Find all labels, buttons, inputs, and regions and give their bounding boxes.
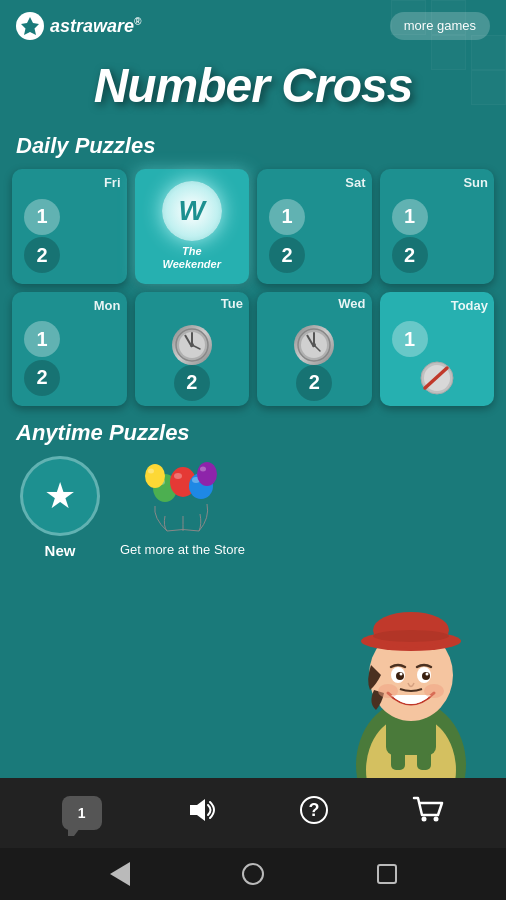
svg-point-45 (434, 816, 439, 821)
puzzle-card-weekender[interactable]: W TheWeekender (135, 169, 250, 284)
puzzle-card-sat[interactable]: Sat 1 2 (257, 169, 372, 284)
sound-button[interactable] (185, 795, 215, 832)
game-title: Number Cross (0, 58, 506, 113)
back-button[interactable] (106, 860, 134, 888)
day-fri: Fri (104, 175, 121, 190)
svg-point-40 (424, 684, 444, 698)
svg-point-38 (426, 673, 429, 676)
svg-point-39 (378, 684, 398, 698)
anytime-puzzles-label: Anytime Puzzles (16, 420, 490, 446)
cart-button[interactable] (412, 795, 444, 832)
num2-wed: 2 (296, 365, 332, 401)
toolbar: 1 ? (0, 778, 506, 848)
slash-icon (392, 360, 483, 396)
star-icon: ★ (44, 475, 76, 517)
clock-icon-wed (294, 325, 334, 365)
day-tue: Tue (221, 296, 243, 311)
svg-point-32 (373, 630, 449, 642)
home-button[interactable] (239, 860, 267, 888)
anytime-row: ★ New (0, 456, 506, 559)
svg-point-16 (174, 473, 182, 479)
store-label: Get more at the Store (120, 542, 245, 559)
num1-sat: 1 (269, 199, 305, 235)
svg-point-19 (145, 464, 165, 488)
brand-name: astraware® (50, 16, 141, 37)
num1-mon: 1 (24, 321, 60, 357)
puzzle-card-wed[interactable]: Wed 2 (257, 292, 372, 407)
help-button[interactable]: ? (299, 795, 329, 832)
day-mon: Mon (94, 298, 121, 313)
chat-icon: 1 (62, 796, 102, 830)
num1-sun: 1 (392, 199, 428, 235)
num2-fri: 2 (24, 237, 60, 273)
day-sun: Sun (463, 175, 488, 190)
svg-point-44 (422, 816, 427, 821)
anytime-new-item[interactable]: ★ New (20, 456, 100, 559)
day-wed: Wed (338, 296, 365, 311)
android-nav-bar (0, 848, 506, 900)
puzzle-card-today[interactable]: Today 1 (380, 292, 495, 407)
num1-today: 1 (392, 321, 428, 357)
puzzle-card-mon[interactable]: Mon 1 2 (12, 292, 127, 407)
anytime-section: Anytime Puzzles ★ New (0, 420, 506, 559)
star-circle: ★ (20, 456, 100, 536)
daily-puzzles-label: Daily Puzzles (16, 133, 490, 159)
svg-point-37 (400, 673, 403, 676)
puzzle-card-tue[interactable]: Tue 2 (135, 292, 250, 407)
shopping-cart-icon (412, 795, 444, 832)
svg-marker-41 (190, 799, 205, 821)
num2-sun: 2 (392, 237, 428, 273)
chat-button[interactable]: 1 (62, 796, 102, 830)
num2-tue: 2 (174, 365, 210, 401)
svg-point-9 (312, 343, 316, 347)
puzzle-grid: Fri 1 2 W TheWeekender Sat 1 2 (0, 169, 506, 406)
top-bar: astraware® more games (0, 0, 506, 48)
day-today: Today (451, 298, 488, 313)
question-mark-icon: ? (299, 795, 329, 832)
more-games-button[interactable]: more games (390, 12, 490, 40)
anytime-store-item[interactable]: Get more at the Store (120, 456, 245, 559)
svg-point-20 (148, 469, 154, 474)
new-label: New (45, 542, 76, 559)
day-sat: Sat (345, 175, 365, 190)
svg-point-4 (190, 343, 194, 347)
recents-button[interactable] (373, 860, 401, 888)
chat-count: 1 (78, 805, 86, 821)
svg-point-22 (200, 467, 206, 472)
logo-icon (16, 12, 44, 40)
sound-icon (185, 795, 215, 832)
puzzle-card-fri[interactable]: Fri 1 2 (12, 169, 127, 284)
svg-text:?: ? (308, 800, 319, 820)
balloons-icon (143, 456, 223, 536)
puzzle-card-sun[interactable]: Sun 1 2 (380, 169, 495, 284)
weekender-circle: W (162, 181, 222, 241)
svg-point-21 (197, 462, 217, 486)
num2-mon: 2 (24, 360, 60, 396)
astraware-logo[interactable]: astraware® (16, 12, 141, 40)
clock-icon-tue (172, 325, 212, 365)
num2-sat: 2 (269, 237, 305, 273)
weekender-label: TheWeekender (163, 245, 222, 271)
num1-fri: 1 (24, 199, 60, 235)
